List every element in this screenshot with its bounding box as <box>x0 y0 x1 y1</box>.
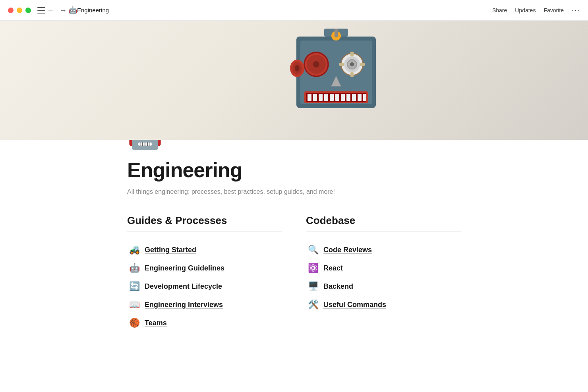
back-button[interactable]: ← <box>45 6 56 15</box>
svg-rect-32 <box>358 94 362 101</box>
engineering-guidelines-icon: 🤖 <box>129 263 140 273</box>
sidebar-toggle-button[interactable] <box>37 7 45 14</box>
svg-rect-26 <box>324 94 328 101</box>
fullscreen-button[interactable] <box>25 8 31 13</box>
getting-started-link[interactable]: 🚜 Getting Started <box>127 241 282 258</box>
development-lifecycle-link[interactable]: 🔄 Development Lifecycle <box>127 278 282 295</box>
useful-commands-link[interactable]: 🛠️ Useful Commands <box>306 296 461 313</box>
svg-rect-24 <box>313 94 317 101</box>
getting-started-label: Getting Started <box>145 246 196 254</box>
page-icon-small: 🤖 <box>68 6 77 15</box>
useful-commands-label: Useful Commands <box>323 301 386 309</box>
svg-rect-14 <box>350 72 354 77</box>
development-lifecycle-label: Development Lifecycle <box>145 282 222 291</box>
svg-rect-33 <box>363 94 366 101</box>
guides-items: 🚜 Getting Started 🤖 Engineering Guidelin… <box>127 241 282 331</box>
titlebar-actions: Share Updates Favorite ··· <box>492 6 580 14</box>
page-main-title: Engineering <box>127 158 461 182</box>
react-link[interactable]: ⚛️ React <box>306 260 461 276</box>
engineering-interviews-label: Engineering Interviews <box>145 301 223 309</box>
svg-rect-16 <box>360 63 365 66</box>
teams-label: Teams <box>145 319 167 327</box>
page-title-bar: Engineering <box>77 7 109 14</box>
content-columns: Guides & Processes 🚜 Getting Started 🤖 E… <box>127 214 461 331</box>
share-button[interactable]: Share <box>492 7 507 14</box>
svg-rect-31 <box>352 94 356 101</box>
svg-rect-13 <box>350 52 354 56</box>
svg-point-20 <box>295 65 300 71</box>
forward-button[interactable]: → <box>58 6 68 15</box>
svg-point-12 <box>350 62 354 66</box>
react-label: React <box>323 264 343 272</box>
svg-rect-29 <box>341 94 345 101</box>
codebase-items: 🔍 Code Reviews ⚛️ React 🖥️ Backend 🛠️ Us… <box>306 241 461 313</box>
getting-started-icon: 🚜 <box>129 245 140 255</box>
more-options-button[interactable]: ··· <box>572 6 580 14</box>
engineering-interviews-icon: 📖 <box>129 299 140 310</box>
svg-point-7 <box>313 61 319 68</box>
svg-rect-27 <box>330 94 334 101</box>
hero-banner <box>0 21 588 140</box>
engineering-guidelines-link[interactable]: 🤖 Engineering Guidelines <box>127 260 282 276</box>
svg-rect-4 <box>335 29 338 37</box>
page-content: 🤖 Engineering All things engineering: pr… <box>56 120 532 331</box>
codebase-divider <box>306 232 461 232</box>
hero-robot-image <box>261 21 412 140</box>
code-reviews-link[interactable]: 🔍 Code Reviews <box>306 241 461 258</box>
backend-icon: 🖥️ <box>308 281 319 292</box>
guides-title: Guides & Processes <box>127 214 282 227</box>
teams-link[interactable]: 🏀 Teams <box>127 315 282 331</box>
updates-button[interactable]: Updates <box>515 7 536 14</box>
react-icon: ⚛️ <box>308 263 319 273</box>
backend-label: Backend <box>323 282 353 291</box>
useful-commands-icon: 🛠️ <box>308 299 319 310</box>
code-reviews-label: Code Reviews <box>323 246 372 254</box>
guides-divider <box>127 232 282 232</box>
traffic-lights <box>8 8 31 13</box>
page-subtitle: All things engineering: processes, best … <box>127 188 461 195</box>
engineering-interviews-link[interactable]: 📖 Engineering Interviews <box>127 296 282 313</box>
codebase-title: Codebase <box>306 214 461 227</box>
nav-arrows: ← → <box>45 6 68 15</box>
teams-icon: 🏀 <box>129 318 140 328</box>
svg-rect-28 <box>335 94 339 101</box>
svg-rect-25 <box>319 94 323 101</box>
svg-rect-23 <box>308 94 311 101</box>
close-button[interactable] <box>8 8 14 13</box>
favorite-button[interactable]: Favorite <box>544 7 564 14</box>
backend-link[interactable]: 🖥️ Backend <box>306 278 461 295</box>
guides-section: Guides & Processes 🚜 Getting Started 🤖 E… <box>127 214 282 331</box>
development-lifecycle-icon: 🔄 <box>129 281 140 292</box>
code-reviews-icon: 🔍 <box>308 245 319 255</box>
svg-rect-30 <box>346 94 350 101</box>
codebase-section: Codebase 🔍 Code Reviews ⚛️ React 🖥️ Back… <box>306 214 461 331</box>
minimize-button[interactable] <box>17 8 22 13</box>
titlebar: ← → 🤖 Engineering Share Updates Favorite… <box>0 0 588 21</box>
engineering-guidelines-label: Engineering Guidelines <box>145 264 224 272</box>
svg-rect-15 <box>339 63 344 66</box>
